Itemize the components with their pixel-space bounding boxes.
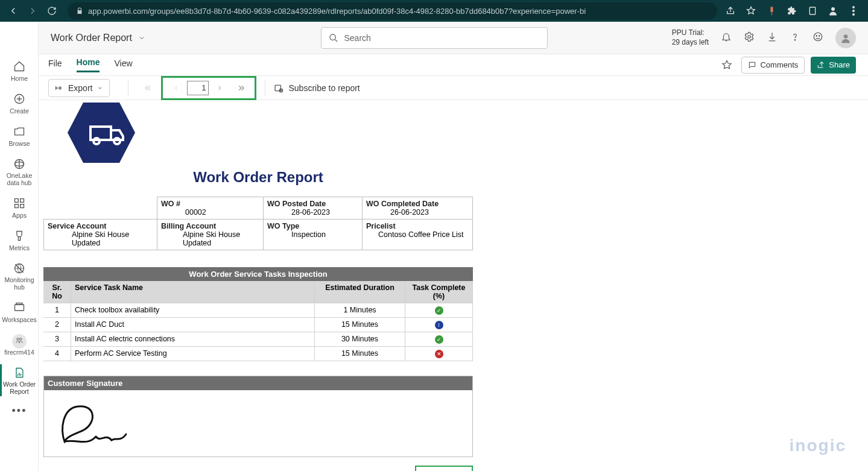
report-heading: Work Order Report — [43, 169, 473, 186]
status-icon: ✕ — [435, 350, 443, 358]
avatar[interactable] — [835, 28, 856, 48]
nav-create[interactable]: Create — [0, 87, 39, 119]
nav-work-order-report[interactable]: Work Order Report — [0, 361, 39, 400]
subscribe-button[interactable]: Subscribe to report — [274, 83, 360, 93]
header-fields-table: WO #00002 WO Posted Date28-06-2023 WO Co… — [43, 197, 473, 250]
comments-button[interactable]: Comments — [741, 57, 805, 74]
tasks-caption: Work Order Service Tasks Inspection — [43, 267, 473, 281]
bookmark-star-icon[interactable] — [745, 5, 757, 17]
report-canvas: Work Order Report WO #00002 WO Posted Da… — [39, 100, 868, 471]
download-icon[interactable] — [767, 31, 778, 45]
nav-more[interactable]: ••• — [0, 400, 39, 422]
settings-icon[interactable] — [744, 31, 755, 45]
workspace-icon — [12, 334, 27, 349]
svg-point-8 — [748, 35, 751, 38]
tab-file[interactable]: File — [48, 58, 62, 72]
trial-info: PPU Trial: 29 days left — [672, 28, 709, 47]
search-icon — [329, 33, 338, 43]
nav-monitoring[interactable]: Monitoring hub — [0, 256, 39, 296]
table-row: 4Perform AC Service Testing15 Minutes✕ — [43, 347, 473, 361]
svg-rect-21 — [15, 204, 19, 208]
reload-button[interactable] — [43, 2, 60, 19]
search-input[interactable]: Search — [321, 27, 548, 49]
signature-block: Customer Signature — [43, 376, 473, 457]
page-number-input[interactable] — [187, 81, 209, 95]
export-button[interactable]: Export — [48, 79, 110, 97]
url-text: app.powerbi.com/groups/ee8b3d7d-8b7d-4b6… — [88, 7, 586, 16]
device-icon[interactable] — [806, 5, 819, 17]
address-bar[interactable]: app.powerbi.com/groups/ee8b3d7d-8b7d-4b6… — [68, 2, 717, 19]
subscribe-icon — [274, 83, 284, 93]
svg-point-13 — [844, 34, 848, 39]
prev-page-button — [165, 79, 187, 97]
lock-icon — [76, 7, 83, 14]
table-row: 3Install AC electric connections30 Minut… — [43, 332, 473, 347]
back-button[interactable] — [5, 2, 22, 19]
nav-home[interactable]: Home — [0, 54, 39, 87]
feedback-icon[interactable] — [813, 31, 823, 45]
favorite-star-icon[interactable] — [718, 57, 735, 74]
svg-point-12 — [819, 35, 820, 36]
last-page-button[interactable] — [230, 79, 252, 97]
svg-marker-28 — [68, 103, 135, 163]
svg-rect-24 — [15, 305, 24, 311]
svg-point-4 — [852, 6, 855, 8]
table-row: 1Check toolbox availability1 Minutes✓ — [43, 303, 473, 318]
notifications-icon[interactable] — [721, 31, 732, 45]
svg-point-5 — [852, 10, 855, 12]
tab-view[interactable]: View — [114, 58, 132, 72]
export-icon — [55, 84, 63, 92]
tab-home[interactable]: Home — [77, 57, 100, 72]
forward-button[interactable] — [24, 2, 41, 19]
svg-point-27 — [20, 338, 22, 341]
nav-workspace-current[interactable]: firecrm414 — [0, 328, 39, 361]
report-name: Work Order Report — [51, 33, 132, 43]
mic-icon[interactable] — [765, 5, 778, 17]
browser-chrome: app.powerbi.com/groups/ee8b3d7d-8b7d-4b6… — [0, 0, 868, 22]
first-page-button — [137, 79, 159, 97]
watermark: inogic — [790, 436, 846, 455]
svg-point-3 — [831, 7, 835, 11]
report-title-dropdown[interactable]: Work Order Report — [51, 33, 145, 43]
pager-highlight — [161, 76, 256, 100]
svg-rect-0 — [770, 7, 773, 13]
ribbon: File Home View Comments Share — [0, 54, 868, 76]
extensions-icon[interactable] — [786, 5, 798, 17]
nav-metrics[interactable]: Metrics — [0, 224, 39, 256]
profile-icon[interactable] — [827, 5, 839, 17]
share-button[interactable]: Share — [811, 57, 856, 74]
signature-image — [44, 390, 472, 457]
chevron-down-icon — [97, 85, 103, 91]
svg-point-7 — [330, 34, 335, 40]
share-icon — [817, 61, 825, 69]
toolbar: Export Subscribe to report — [0, 76, 868, 100]
signature-label: Customer Signature — [44, 376, 472, 390]
svg-rect-1 — [771, 13, 771, 15]
chevron-down-icon — [138, 34, 145, 42]
tasks-header-row: Sr. No Service Task Name Estimated Durat… — [43, 281, 473, 303]
comment-icon — [748, 61, 756, 69]
svg-point-6 — [852, 13, 855, 16]
status-icon: ✓ — [435, 335, 443, 344]
tasks-table: Work Order Service Tasks Inspection Sr. … — [43, 267, 473, 361]
help-icon[interactable] — [790, 31, 800, 45]
nav-onelake[interactable]: OneLake data hub — [0, 152, 39, 191]
svg-rect-2 — [809, 7, 815, 14]
nav-apps[interactable]: Apps — [0, 191, 39, 224]
svg-point-26 — [17, 338, 19, 341]
next-page-button[interactable] — [209, 79, 230, 97]
svg-rect-19 — [15, 199, 19, 203]
logo-hexagon — [65, 100, 138, 165]
status-icon: ! — [435, 321, 443, 329]
svg-point-9 — [794, 39, 796, 40]
status-icon: ✓ — [435, 306, 443, 315]
search-placeholder: Search — [344, 33, 371, 43]
nav-workspaces[interactable]: Workspaces — [0, 296, 39, 328]
page-counter: Page 1 of 2 — [415, 466, 473, 471]
share-url-icon[interactable] — [724, 5, 737, 17]
nav-browse[interactable]: Browse — [0, 119, 39, 152]
svg-point-11 — [816, 35, 817, 36]
table-row: 2Install AC Duct15 Minutes! — [43, 318, 473, 332]
kebab-menu-icon[interactable] — [847, 5, 860, 17]
left-nav: Home Create Browse OneLake data hub Apps… — [0, 22, 39, 471]
